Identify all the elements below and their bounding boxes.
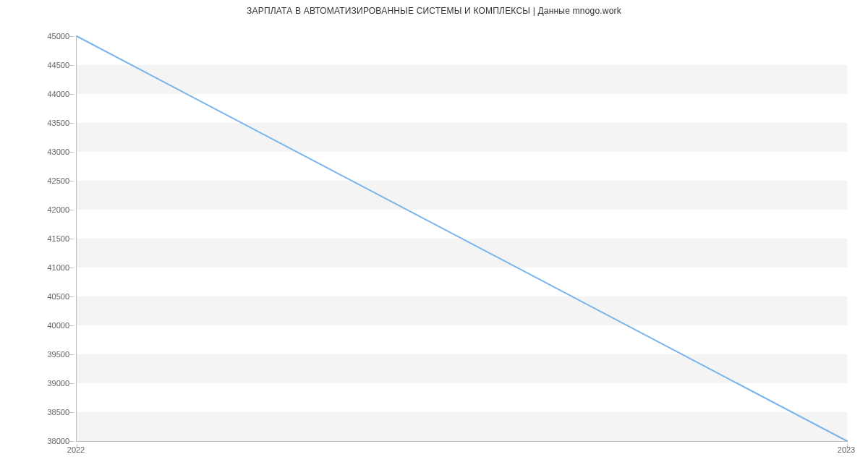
- y-tick: [69, 94, 74, 95]
- y-tick-label: 39000: [47, 379, 69, 388]
- y-tick-label: 41500: [47, 234, 69, 243]
- y-tick-label: 38000: [47, 437, 69, 445]
- y-tick: [69, 152, 74, 153]
- y-tick-label: 44500: [47, 61, 69, 69]
- x-tick-label: 2023: [838, 445, 855, 454]
- y-tick: [69, 412, 74, 413]
- y-tick: [69, 354, 74, 355]
- plot-area: [76, 36, 847, 442]
- y-tick: [69, 181, 74, 181]
- series-line: [77, 36, 847, 441]
- y-tick: [69, 296, 74, 297]
- y-tick: [69, 239, 74, 239]
- y-tick-label: 43000: [47, 148, 69, 156]
- y-tick: [69, 123, 74, 124]
- y-tick-label: 41000: [47, 263, 69, 272]
- y-tick: [69, 268, 74, 268]
- y-tick-label: 38500: [47, 408, 69, 416]
- x-tick-label: 2022: [67, 445, 85, 454]
- y-tick: [69, 210, 74, 210]
- y-tick-label: 42500: [47, 176, 69, 185]
- y-tick: [69, 441, 74, 442]
- y-tick: [69, 383, 74, 384]
- y-tick-label: 40500: [47, 292, 69, 301]
- y-tick-label: 44000: [47, 90, 69, 98]
- y-tick-label: 39500: [47, 350, 69, 359]
- y-tick-label: 45000: [47, 32, 69, 40]
- y-tick-label: 40000: [47, 321, 69, 330]
- line-series: [77, 36, 847, 441]
- y-tick: [69, 325, 74, 326]
- y-tick-label: 42000: [47, 205, 69, 214]
- y-tick: [69, 36, 74, 37]
- y-tick-label: 43500: [47, 119, 69, 127]
- y-tick: [69, 65, 74, 66]
- chart-container: ЗАРПЛАТА В АВТОМАТИЗИРОВАННЫЕ СИСТЕМЫ И …: [0, 0, 868, 470]
- chart-title: ЗАРПЛАТА В АВТОМАТИЗИРОВАННЫЕ СИСТЕМЫ И …: [0, 6, 868, 16]
